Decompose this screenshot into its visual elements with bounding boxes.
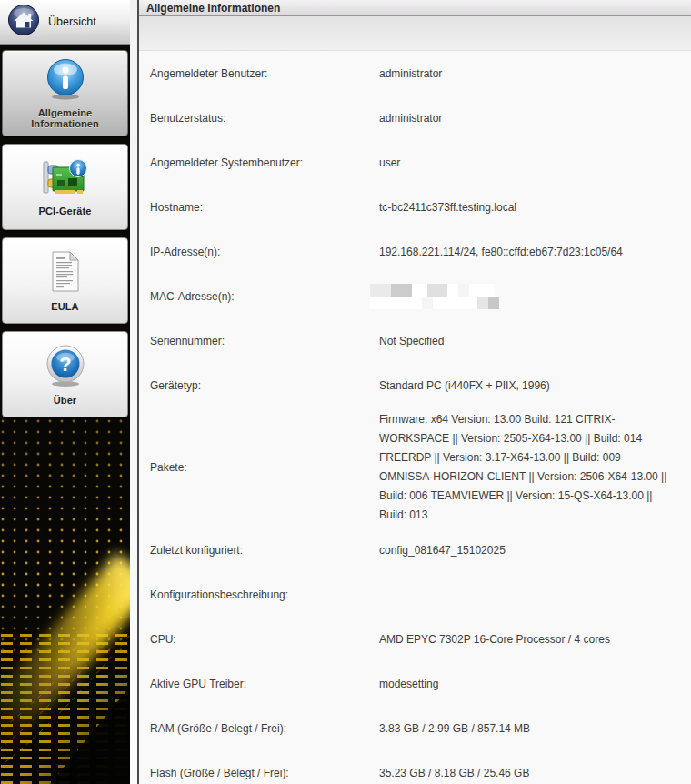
info-row-angemeldeter-benutzer: Angemeldeter Benutzer: administrator xyxy=(150,51,691,95)
row-label: Angemeldeter Benutzer: xyxy=(150,67,379,80)
row-value: tc-bc2411c373ff.testing.local xyxy=(379,200,691,215)
svg-text:?: ? xyxy=(59,353,71,376)
sidebar-item-eula[interactable]: EULA xyxy=(2,237,128,324)
app-window: Übersicht xyxy=(0,0,691,784)
info-row-konfigurationsbeschreibung: Konfigurationsbeschreibung: xyxy=(150,572,691,617)
row-label: Konfigurationsbeschreibung: xyxy=(150,588,379,601)
row-label: RAM (Größe / Belegt / Frei): xyxy=(150,722,379,735)
row-label: Gerätetyp: xyxy=(150,379,379,392)
info-row-gpu-treiber: Aktive GPU Treiber: modesetting xyxy=(150,661,691,706)
mac-redacted-block xyxy=(370,284,684,309)
sidebar-item-pci-geraete[interactable]: PCI-Geräte xyxy=(2,144,128,230)
row-label: Seriennummer: xyxy=(150,335,379,347)
page-title: Allgemeine Informationen xyxy=(146,2,280,15)
info-row-cpu: CPU: AMD EPYC 7302P 16-Core Processor / … xyxy=(150,617,691,661)
info-row-ip-adressen: IP-Adresse(n): 192.168.221.114/24, fe80:… xyxy=(150,229,691,274)
sidebar-item-ueber[interactable]: ? Über xyxy=(2,331,128,417)
row-value: modesetting xyxy=(379,677,691,691)
row-value xyxy=(379,284,691,309)
info-row-seriennummer: Seriennummer: Not Specified xyxy=(150,318,691,363)
main-panel: Allgemeine Informationen Angemeldeter Be… xyxy=(137,0,691,784)
info-row-benutzerstatus: Benutzerstatus: administrator xyxy=(150,95,691,140)
info-row-hostname: Hostname: tc-bc2411c373ff.testing.local xyxy=(150,185,691,229)
info-icon xyxy=(45,58,86,103)
info-row-zuletzt-konfiguriert: Zuletzt konfiguriert: config_081647_1510… xyxy=(150,528,691,572)
row-value: 35.23 GB / 8.18 GB / 25.46 GB xyxy=(379,766,691,780)
row-label: Benutzerstatus: xyxy=(150,112,379,125)
row-label: Hostname: xyxy=(150,201,379,214)
row-label: Aktive GPU Treiber: xyxy=(150,678,379,690)
sidebar-item-overview[interactable]: Übersicht xyxy=(0,0,130,45)
row-label: Flash (Größe / Belegt / Frei): xyxy=(150,767,379,779)
pci-card-icon xyxy=(41,158,90,201)
info-row-flash: Flash (Größe / Belegt / Frei): 35.23 GB … xyxy=(150,750,691,784)
eula-document-icon xyxy=(47,250,84,297)
toolbar-area xyxy=(139,16,691,51)
sidebar-item-allgemeine-informationen[interactable]: Allgemeine Informationen xyxy=(2,50,128,136)
sidebar-item-label: EULA xyxy=(51,301,78,312)
row-value: Firmware: x64 Version: 13.00 Build: 121 … xyxy=(379,410,691,525)
sidebar-item-label: Übersicht xyxy=(48,15,96,28)
sidebar-item-label: Allgemeine Informationen xyxy=(3,107,127,129)
row-label: CPU: xyxy=(150,633,379,646)
row-label: Angemeldeter Systembenutzer: xyxy=(150,156,379,169)
home-icon xyxy=(7,4,40,40)
row-value: administrator xyxy=(379,111,691,126)
row-value: administrator xyxy=(379,66,691,81)
row-value: 192.168.221.114/24, fe80::cffd:eb67:7d23… xyxy=(379,245,691,259)
row-value: Standard PC (i440FX + PIIX, 1996) xyxy=(379,378,691,393)
row-label: IP-Adresse(n): xyxy=(150,246,379,258)
row-label: Zuletzt konfiguriert: xyxy=(150,544,379,557)
info-row-mac-adressen: MAC-Adresse(n): xyxy=(150,274,691,318)
info-row-systembenutzer: Angemeldeter Systembenutzer: user xyxy=(150,140,691,185)
row-label: Pakete: xyxy=(150,461,379,474)
info-row-pakete: Pakete: Firmware: x64 Version: 13.00 Bui… xyxy=(150,407,691,528)
info-panel: Angemeldeter Benutzer: administrator Ben… xyxy=(139,51,691,784)
row-value: user xyxy=(379,156,691,170)
panel-title-bar: Allgemeine Informationen xyxy=(139,0,691,16)
info-row-geraetetyp: Gerätetyp: Standard PC (i440FX + PIIX, 1… xyxy=(150,363,691,407)
row-value: 3.83 GB / 2.99 GB / 857.14 MB xyxy=(379,721,691,736)
sidebar-nav: Allgemeine Informationen xyxy=(2,50,128,417)
sidebar-item-label: Über xyxy=(54,395,76,406)
sidebar-gold-wave-texture xyxy=(0,418,130,784)
sidebar: Übersicht xyxy=(0,0,130,784)
row-label: MAC-Adresse(n): xyxy=(150,290,379,303)
row-value: AMD EPYC 7302P 16-Core Processor / 4 cor… xyxy=(379,632,691,647)
row-value: config_081647_15102025 xyxy=(379,543,691,558)
panel-divider xyxy=(130,0,137,784)
question-mark-icon: ? xyxy=(44,344,87,390)
sidebar-item-label: PCI-Geräte xyxy=(39,206,92,216)
row-value: Not Specified xyxy=(379,334,691,348)
info-row-ram: RAM (Größe / Belegt / Frei): 3.83 GB / 2… xyxy=(150,706,691,750)
